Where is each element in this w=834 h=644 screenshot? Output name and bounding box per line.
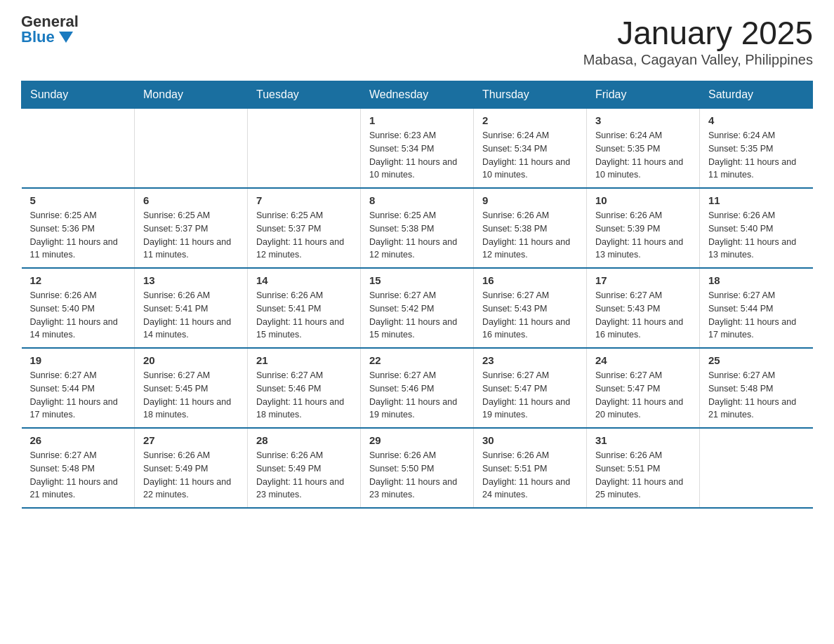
logo: General Blue [21, 14, 79, 45]
day-number: 25 [708, 354, 805, 366]
day-info: Sunrise: 6:27 AMSunset: 5:46 PMDaylight:… [256, 369, 352, 422]
day-info: Sunrise: 6:26 AMSunset: 5:49 PMDaylight:… [256, 449, 352, 502]
day-number: 29 [369, 434, 465, 446]
subtitle: Mabasa, Cagayan Valley, Philippines [583, 52, 813, 68]
day-info: Sunrise: 6:23 AMSunset: 5:34 PMDaylight:… [369, 129, 465, 182]
calendar-cell: 31Sunrise: 6:26 AMSunset: 5:51 PMDayligh… [587, 428, 700, 508]
calendar-cell: 20Sunrise: 6:27 AMSunset: 5:45 PMDayligh… [135, 348, 248, 428]
calendar-cell: 25Sunrise: 6:27 AMSunset: 5:48 PMDayligh… [700, 348, 813, 428]
day-info: Sunrise: 6:25 AMSunset: 5:37 PMDaylight:… [256, 209, 352, 262]
calendar-cell: 1Sunrise: 6:23 AMSunset: 5:34 PMDaylight… [361, 109, 474, 189]
day-number: 3 [595, 114, 691, 126]
day-info: Sunrise: 6:27 AMSunset: 5:44 PMDaylight:… [708, 289, 805, 342]
day-info: Sunrise: 6:27 AMSunset: 5:48 PMDaylight:… [30, 449, 126, 502]
day-number: 23 [482, 354, 578, 366]
main-title: January 2025 [583, 14, 813, 52]
day-of-week-header: Saturday [700, 81, 813, 109]
day-number: 24 [595, 354, 691, 366]
calendar-cell: 15Sunrise: 6:27 AMSunset: 5:42 PMDayligh… [361, 268, 474, 348]
calendar-cell [700, 428, 813, 508]
day-number: 14 [256, 274, 352, 286]
calendar-cell: 6Sunrise: 6:25 AMSunset: 5:37 PMDaylight… [135, 188, 248, 268]
calendar-cell: 13Sunrise: 6:26 AMSunset: 5:41 PMDayligh… [135, 268, 248, 348]
calendar-week-row: 1Sunrise: 6:23 AMSunset: 5:34 PMDaylight… [22, 109, 813, 189]
day-info: Sunrise: 6:26 AMSunset: 5:49 PMDaylight:… [143, 449, 239, 502]
header-row: SundayMondayTuesdayWednesdayThursdayFrid… [22, 81, 813, 109]
calendar-cell: 28Sunrise: 6:26 AMSunset: 5:49 PMDayligh… [248, 428, 361, 508]
day-info: Sunrise: 6:26 AMSunset: 5:51 PMDaylight:… [595, 449, 691, 502]
day-number: 16 [482, 274, 578, 286]
calendar-cell: 10Sunrise: 6:26 AMSunset: 5:39 PMDayligh… [587, 188, 700, 268]
logo-triangle-icon [59, 32, 73, 43]
day-info: Sunrise: 6:24 AMSunset: 5:34 PMDaylight:… [482, 129, 578, 182]
day-info: Sunrise: 6:24 AMSunset: 5:35 PMDaylight:… [595, 129, 691, 182]
logo-general-text: General [21, 14, 79, 29]
calendar-week-row: 26Sunrise: 6:27 AMSunset: 5:48 PMDayligh… [22, 428, 813, 508]
day-of-week-header: Monday [135, 81, 248, 109]
day-number: 28 [256, 434, 352, 446]
day-info: Sunrise: 6:26 AMSunset: 5:40 PMDaylight:… [708, 209, 805, 262]
day-number: 22 [369, 354, 465, 366]
calendar-cell: 12Sunrise: 6:26 AMSunset: 5:40 PMDayligh… [22, 268, 135, 348]
day-number: 4 [708, 114, 805, 126]
day-info: Sunrise: 6:26 AMSunset: 5:40 PMDaylight:… [30, 289, 126, 342]
day-number: 12 [30, 274, 126, 286]
day-info: Sunrise: 6:27 AMSunset: 5:44 PMDaylight:… [30, 369, 126, 422]
calendar-week-row: 12Sunrise: 6:26 AMSunset: 5:40 PMDayligh… [22, 268, 813, 348]
page-header: General Blue January 2025 Mabasa, Cagaya… [21, 14, 813, 68]
calendar-header: SundayMondayTuesdayWednesdayThursdayFrid… [22, 81, 813, 109]
day-info: Sunrise: 6:24 AMSunset: 5:35 PMDaylight:… [708, 129, 805, 182]
day-number: 17 [595, 274, 691, 286]
calendar-cell: 3Sunrise: 6:24 AMSunset: 5:35 PMDaylight… [587, 109, 700, 189]
calendar-cell: 23Sunrise: 6:27 AMSunset: 5:47 PMDayligh… [474, 348, 587, 428]
day-info: Sunrise: 6:26 AMSunset: 5:38 PMDaylight:… [482, 209, 578, 262]
day-info: Sunrise: 6:27 AMSunset: 5:46 PMDaylight:… [369, 369, 465, 422]
calendar-cell [22, 109, 135, 189]
day-info: Sunrise: 6:27 AMSunset: 5:43 PMDaylight:… [595, 289, 691, 342]
calendar-cell: 29Sunrise: 6:26 AMSunset: 5:50 PMDayligh… [361, 428, 474, 508]
calendar-cell: 17Sunrise: 6:27 AMSunset: 5:43 PMDayligh… [587, 268, 700, 348]
calendar-cell: 8Sunrise: 6:25 AMSunset: 5:38 PMDaylight… [361, 188, 474, 268]
calendar-cell: 11Sunrise: 6:26 AMSunset: 5:40 PMDayligh… [700, 188, 813, 268]
day-number: 20 [143, 354, 239, 366]
calendar-cell: 4Sunrise: 6:24 AMSunset: 5:35 PMDaylight… [700, 109, 813, 189]
calendar-body: 1Sunrise: 6:23 AMSunset: 5:34 PMDaylight… [22, 109, 813, 509]
calendar-cell [248, 109, 361, 189]
day-info: Sunrise: 6:27 AMSunset: 5:42 PMDaylight:… [369, 289, 465, 342]
day-number: 2 [482, 114, 578, 126]
calendar-week-row: 19Sunrise: 6:27 AMSunset: 5:44 PMDayligh… [22, 348, 813, 428]
calendar-table: SundayMondayTuesdayWednesdayThursdayFrid… [21, 81, 813, 509]
day-number: 10 [595, 194, 691, 206]
calendar-cell: 9Sunrise: 6:26 AMSunset: 5:38 PMDaylight… [474, 188, 587, 268]
day-number: 18 [708, 274, 805, 286]
day-of-week-header: Tuesday [248, 81, 361, 109]
calendar-cell: 27Sunrise: 6:26 AMSunset: 5:49 PMDayligh… [135, 428, 248, 508]
day-info: Sunrise: 6:26 AMSunset: 5:50 PMDaylight:… [369, 449, 465, 502]
calendar-cell: 5Sunrise: 6:25 AMSunset: 5:36 PMDaylight… [22, 188, 135, 268]
calendar-cell: 21Sunrise: 6:27 AMSunset: 5:46 PMDayligh… [248, 348, 361, 428]
day-number: 9 [482, 194, 578, 206]
title-section: January 2025 Mabasa, Cagayan Valley, Phi… [583, 14, 813, 68]
calendar-week-row: 5Sunrise: 6:25 AMSunset: 5:36 PMDaylight… [22, 188, 813, 268]
day-number: 15 [369, 274, 465, 286]
day-number: 21 [256, 354, 352, 366]
day-number: 7 [256, 194, 352, 206]
day-info: Sunrise: 6:25 AMSunset: 5:36 PMDaylight:… [30, 209, 126, 262]
calendar-cell: 24Sunrise: 6:27 AMSunset: 5:47 PMDayligh… [587, 348, 700, 428]
calendar-cell [135, 109, 248, 189]
day-of-week-header: Thursday [474, 81, 587, 109]
day-info: Sunrise: 6:27 AMSunset: 5:47 PMDaylight:… [595, 369, 691, 422]
day-number: 11 [708, 194, 805, 206]
day-number: 5 [30, 194, 126, 206]
day-number: 30 [482, 434, 578, 446]
day-info: Sunrise: 6:26 AMSunset: 5:41 PMDaylight:… [143, 289, 239, 342]
day-number: 26 [30, 434, 126, 446]
day-info: Sunrise: 6:27 AMSunset: 5:45 PMDaylight:… [143, 369, 239, 422]
day-info: Sunrise: 6:27 AMSunset: 5:48 PMDaylight:… [708, 369, 805, 422]
day-info: Sunrise: 6:26 AMSunset: 5:39 PMDaylight:… [595, 209, 691, 262]
calendar-cell: 16Sunrise: 6:27 AMSunset: 5:43 PMDayligh… [474, 268, 587, 348]
day-number: 6 [143, 194, 239, 206]
day-info: Sunrise: 6:26 AMSunset: 5:51 PMDaylight:… [482, 449, 578, 502]
calendar-cell: 26Sunrise: 6:27 AMSunset: 5:48 PMDayligh… [22, 428, 135, 508]
logo-blue-text: Blue [21, 29, 79, 45]
